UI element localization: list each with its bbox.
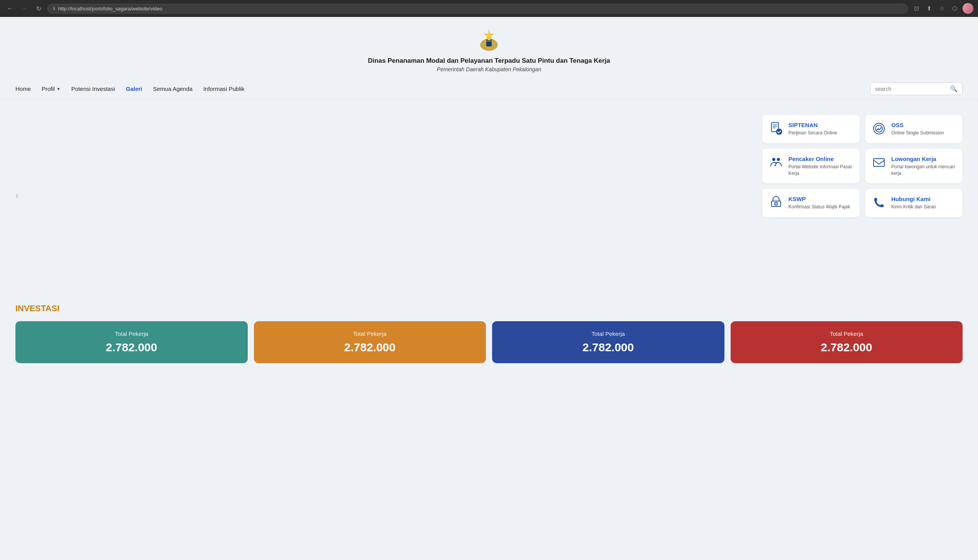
- svg-point-9: [875, 125, 882, 132]
- search-input[interactable]: [875, 86, 947, 92]
- stat-label-0: Total Pekerja: [23, 330, 240, 337]
- reload-button[interactable]: ↻: [34, 3, 44, 14]
- stat-value-1: 2.782.000: [262, 341, 479, 354]
- stat-value-0: 2.782.000: [23, 341, 240, 354]
- svg-point-4: [488, 33, 491, 36]
- bookmark-button[interactable]: ☆: [937, 3, 947, 13]
- lowongan-name: Lowongan Kerja: [891, 156, 956, 162]
- investasi-title: INVESTASI: [15, 303, 963, 314]
- oss-info: OSS Online Single Submission: [891, 122, 944, 136]
- service-card-hubungi[interactable]: Hubungi Kami Kirim Kritik dan Saran: [865, 189, 963, 217]
- address-bar[interactable]: ℹ http://localhost/portofolio_sagara/web…: [47, 4, 908, 13]
- oss-desc: Online Single Submission: [891, 130, 944, 136]
- search-button[interactable]: 🔍: [950, 85, 958, 92]
- back-button[interactable]: ←: [5, 3, 15, 13]
- kswp-name: KSWP: [788, 196, 850, 202]
- investasi-section: INVESTASI Total Pekerja 2.782.000 Total …: [0, 292, 978, 379]
- forward-button[interactable]: →: [19, 3, 30, 13]
- site-header: Dinas Penanaman Modal dan Pelayanan Terp…: [0, 17, 978, 79]
- profil-arrow-icon: ▼: [56, 87, 60, 91]
- nav-potensi[interactable]: Potensi Investasi: [71, 86, 115, 92]
- main-content: ‹ SIPTENAN Perijinan: [0, 99, 978, 292]
- stat-value-2: 2.782.000: [500, 341, 717, 354]
- siptenan-desc: Perijinan Secara Online: [788, 130, 837, 136]
- hubungi-name: Hubungi Kami: [891, 196, 936, 202]
- stat-card-0: Total Pekerja 2.782.000: [15, 321, 248, 363]
- lowongan-info: Lowongan Kerja Portal lowongan untuk men…: [891, 156, 956, 177]
- hubungi-desc: Kirim Kritik dan Saran: [891, 204, 936, 210]
- svg-point-16: [776, 203, 777, 205]
- kswp-icon: [769, 196, 783, 210]
- svg-point-12: [775, 163, 777, 164]
- nav-agenda[interactable]: Semua Agenda: [153, 86, 193, 92]
- stat-card-2: Total Pekerja 2.782.000: [492, 321, 724, 363]
- site-title: Dinas Penanaman Modal dan Pelayanan Terp…: [8, 57, 970, 65]
- service-card-kswp[interactable]: KSWP Konfirmasi Status Wajib Pajak: [762, 189, 860, 217]
- service-card-lowongan[interactable]: Lowongan Kerja Portal lowongan untuk men…: [865, 149, 963, 184]
- stat-card-1: Total Pekerja 2.782.000: [254, 321, 486, 363]
- pencaker-name: Pencaker Online: [788, 156, 853, 162]
- url-text: http://localhost/portofolio_sagara/websi…: [58, 6, 162, 12]
- stat-label-1: Total Pekerja: [262, 330, 479, 337]
- service-grid: SIPTENAN Perijinan Secara Online: [762, 115, 963, 217]
- kswp-info: KSWP Konfirmasi Status Wajib Pajak: [788, 196, 850, 210]
- hubungi-info: Hubungi Kami Kirim Kritik dan Saran: [891, 196, 936, 210]
- lowongan-icon: [872, 156, 886, 169]
- stats-grid: Total Pekerja 2.782.000 Total Pekerja 2.…: [15, 321, 963, 363]
- lock-icon: ℹ: [53, 6, 55, 11]
- site-logo: [476, 26, 502, 53]
- stat-value-3: 2.782.000: [738, 341, 955, 354]
- stat-label-2: Total Pekerja: [500, 330, 717, 337]
- profile-avatar[interactable]: [963, 3, 973, 14]
- content-right: SIPTENAN Perijinan Secara Online: [762, 115, 963, 277]
- hubungi-icon: [872, 196, 886, 210]
- kswp-desc: Konfirmasi Status Wajib Pajak: [788, 204, 850, 210]
- service-card-siptenan[interactable]: SIPTENAN Perijinan Secara Online: [762, 115, 860, 143]
- carousel-left-arrow[interactable]: ‹: [15, 190, 18, 201]
- site-subtitle: Pemerintah Daerah Kabupaten Pekalongan: [8, 66, 970, 72]
- translate-button[interactable]: ⊡: [912, 3, 921, 13]
- browser-actions: ⊡ ⬆ ☆ ⬡: [912, 3, 973, 14]
- browser-chrome: ← → ↻ ℹ http://localhost/portofolio_saga…: [0, 0, 978, 17]
- stat-label-3: Total Pekerja: [738, 330, 955, 337]
- site-wrapper: Dinas Penanaman Modal dan Pelayanan Terp…: [0, 17, 978, 560]
- svg-point-11: [777, 158, 780, 161]
- pencaker-info: Pencaker Online Portal Website Informasi…: [788, 156, 853, 177]
- nav-profil[interactable]: Profil ▼: [42, 86, 60, 92]
- svg-point-7: [776, 129, 782, 135]
- svg-rect-13: [874, 159, 884, 166]
- oss-name: OSS: [891, 122, 944, 128]
- stat-card-3: Total Pekerja 2.782.000: [731, 321, 963, 363]
- siptenan-icon: [769, 122, 783, 136]
- nav-items: Home Profil ▼ Potensi Investasi Galeri S…: [15, 86, 870, 92]
- site-nav: Home Profil ▼ Potensi Investasi Galeri S…: [0, 79, 978, 99]
- nav-home[interactable]: Home: [15, 86, 31, 92]
- lowongan-desc: Portal lowongan untuk mencari kerja: [891, 164, 956, 177]
- nav-informasi[interactable]: Informasi Publik: [203, 86, 245, 92]
- share-button[interactable]: ⬆: [924, 3, 934, 13]
- search-container: 🔍: [870, 82, 963, 95]
- service-card-pencaker[interactable]: Pencaker Online Portal Website Informasi…: [762, 149, 860, 184]
- siptenan-name: SIPTENAN: [788, 122, 837, 128]
- extension-button[interactable]: ⬡: [950, 3, 960, 13]
- svg-rect-3: [487, 37, 491, 40]
- pencaker-desc: Portal Website Informasi Pasar Kerja: [788, 164, 853, 177]
- svg-point-10: [772, 158, 775, 161]
- nav-galeri[interactable]: Galeri: [126, 86, 143, 92]
- oss-icon: [872, 122, 886, 136]
- content-left: ‹: [15, 115, 751, 277]
- service-card-oss[interactable]: OSS Online Single Submission: [865, 115, 963, 143]
- pencaker-icon: [769, 156, 783, 169]
- siptenan-info: SIPTENAN Perijinan Secara Online: [788, 122, 837, 136]
